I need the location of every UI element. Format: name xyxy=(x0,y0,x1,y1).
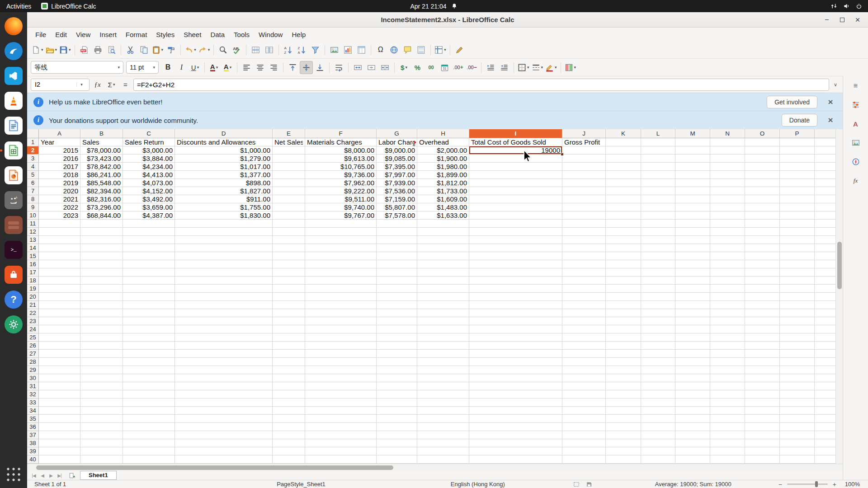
row-header-4[interactable]: 4 xyxy=(27,163,39,171)
cell-P30[interactable] xyxy=(780,374,815,382)
spelling-button[interactable]: AB xyxy=(230,43,243,56)
cell-A29[interactable] xyxy=(39,366,80,374)
cell-D15[interactable] xyxy=(175,252,273,260)
cell-M5[interactable] xyxy=(675,171,710,179)
align-bottom-button[interactable] xyxy=(313,61,326,74)
cell-B31[interactable] xyxy=(80,382,123,390)
cell-P7[interactable] xyxy=(780,187,815,195)
cell-P10[interactable] xyxy=(780,211,815,220)
cell-L24[interactable] xyxy=(641,325,675,333)
cell-J17[interactable] xyxy=(562,268,606,277)
menu-view[interactable]: View xyxy=(71,29,95,40)
cell-C33[interactable] xyxy=(123,399,175,407)
cell-H16[interactable] xyxy=(417,260,469,268)
cell-H23[interactable] xyxy=(417,317,469,325)
row-header-5[interactable]: 5 xyxy=(27,171,39,179)
cell-O21[interactable] xyxy=(745,301,780,309)
row-header-36[interactable]: 36 xyxy=(27,423,39,431)
cell-E21[interactable] xyxy=(273,301,305,309)
cell-D21[interactable] xyxy=(175,301,273,309)
cell-H36[interactable] xyxy=(417,423,469,431)
cell-C39[interactable] xyxy=(123,447,175,455)
cell-M8[interactable] xyxy=(675,195,710,203)
menu-window[interactable]: Window xyxy=(254,29,287,40)
cell-B14[interactable] xyxy=(80,244,123,252)
sidebar-tab-gallery[interactable] xyxy=(849,136,863,150)
cell-P16[interactable] xyxy=(780,260,815,268)
undo-button[interactable]: ▾ xyxy=(184,43,197,56)
cell-D13[interactable] xyxy=(175,236,273,244)
cell-K12[interactable] xyxy=(606,228,641,236)
cell-I40[interactable] xyxy=(469,455,562,464)
row-header-15[interactable]: 15 xyxy=(27,252,39,260)
cell-N29[interactable] xyxy=(710,366,745,374)
cell-F39[interactable] xyxy=(305,447,377,455)
cell-K20[interactable] xyxy=(606,293,641,301)
dock-item-thunderbird[interactable] xyxy=(4,41,24,61)
cell-E4[interactable] xyxy=(273,163,305,171)
cell-I2[interactable]: 19000 xyxy=(469,146,562,155)
cell-O40[interactable] xyxy=(745,455,780,464)
cell-D17[interactable] xyxy=(175,268,273,277)
cell-I13[interactable] xyxy=(469,236,562,244)
cell-A18[interactable] xyxy=(39,277,80,285)
cell-K32[interactable] xyxy=(606,390,641,399)
cell-J34[interactable] xyxy=(562,407,606,415)
cell-N2[interactable] xyxy=(710,146,745,155)
merge-and-center-button[interactable] xyxy=(351,61,364,74)
row-header-38[interactable]: 38 xyxy=(27,439,39,447)
cell-F37[interactable] xyxy=(305,431,377,439)
cell-O35[interactable] xyxy=(745,415,780,423)
cell-O8[interactable] xyxy=(745,195,780,203)
cell-C1[interactable]: Sales Return xyxy=(123,138,175,146)
cell-B40[interactable] xyxy=(80,455,123,464)
cell-D10[interactable]: $1,830.00 xyxy=(175,211,273,220)
cell-I24[interactable] xyxy=(469,325,562,333)
cell-F33[interactable] xyxy=(305,399,377,407)
cell-H31[interactable] xyxy=(417,382,469,390)
cell-E24[interactable] xyxy=(273,325,305,333)
cell-E18[interactable] xyxy=(273,277,305,285)
sidebar-tab-sidebar-settings[interactable]: ≡ xyxy=(849,79,863,93)
cell-B32[interactable] xyxy=(80,390,123,399)
row-header-29[interactable]: 29 xyxy=(27,366,39,374)
cell-J28[interactable] xyxy=(562,358,606,366)
cell-I20[interactable] xyxy=(469,293,562,301)
cell-K28[interactable] xyxy=(606,358,641,366)
cell-A12[interactable] xyxy=(39,228,80,236)
row-header-12[interactable]: 12 xyxy=(27,228,39,236)
cell-F11[interactable] xyxy=(305,220,377,228)
row-header-16[interactable]: 16 xyxy=(27,260,39,268)
insert-chart-button[interactable] xyxy=(341,43,354,56)
cell-H14[interactable] xyxy=(417,244,469,252)
cell-B34[interactable] xyxy=(80,407,123,415)
cell-G36[interactable] xyxy=(377,423,417,431)
cell-A24[interactable] xyxy=(39,325,80,333)
cell-P8[interactable] xyxy=(780,195,815,203)
column-header-I[interactable]: I xyxy=(469,129,562,138)
cell-B35[interactable] xyxy=(80,415,123,423)
cell-H30[interactable] xyxy=(417,374,469,382)
cell-D3[interactable]: $1,279.00 xyxy=(175,155,273,163)
cell-H32[interactable] xyxy=(417,390,469,399)
column-header-K[interactable]: K xyxy=(606,129,641,138)
horizontal-scrollbar-thumb[interactable] xyxy=(36,465,393,470)
cell-D32[interactable] xyxy=(175,390,273,399)
cell-M23[interactable] xyxy=(675,317,710,325)
cell-D23[interactable] xyxy=(175,317,273,325)
cell-B6[interactable]: $85,548.00 xyxy=(80,179,123,187)
copy-button[interactable] xyxy=(137,43,151,56)
cell-D39[interactable] xyxy=(175,447,273,455)
cell-N26[interactable] xyxy=(710,342,745,350)
cell-I6[interactable] xyxy=(469,179,562,187)
cell-D36[interactable] xyxy=(175,423,273,431)
minimize-button[interactable]: − xyxy=(821,14,833,25)
cell-E9[interactable] xyxy=(273,203,305,211)
cell-J13[interactable] xyxy=(562,236,606,244)
cell-M33[interactable] xyxy=(675,399,710,407)
focused-app-menu[interactable]: LibreOffice Calc xyxy=(41,3,96,10)
cell-C15[interactable] xyxy=(123,252,175,260)
cell-K26[interactable] xyxy=(606,342,641,350)
cell-A17[interactable] xyxy=(39,268,80,277)
cell-I8[interactable] xyxy=(469,195,562,203)
